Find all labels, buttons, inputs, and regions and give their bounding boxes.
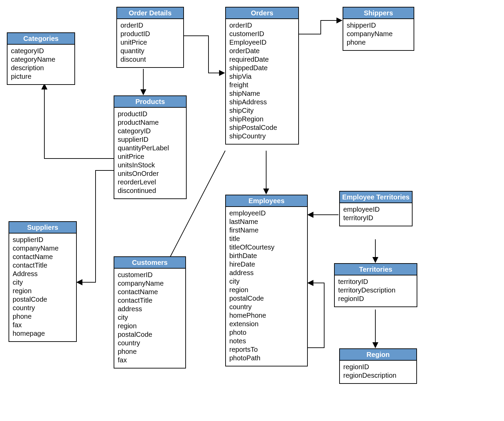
field: shipperID (347, 21, 410, 30)
entity-header-orders: Orders (226, 7, 298, 19)
entity-header-customers: Customers (114, 257, 185, 269)
entity-body-categories: categoryID categoryName description pict… (8, 45, 74, 84)
field: customerID (118, 271, 182, 279)
field: unitPrice (120, 38, 180, 47)
field: phone (13, 312, 73, 321)
entity-body-territories: territoryID territoryDescription regionI… (335, 275, 417, 306)
field: orderID (229, 21, 295, 30)
field: shipCountry (229, 132, 295, 140)
field: fax (118, 356, 182, 364)
field: customerID (229, 30, 295, 38)
field: productName (118, 118, 183, 127)
field: discontinued (118, 186, 183, 195)
field: unitPrice (118, 152, 183, 161)
entity-shippers: Shippers shipperID companyName phone (343, 7, 414, 51)
entity-header-shippers: Shippers (343, 7, 414, 19)
entity-employee-territories: Employee Territories employeeID territor… (339, 191, 413, 226)
field: categoryID (118, 127, 183, 135)
field: discount (120, 55, 180, 64)
field: city (118, 313, 182, 322)
entity-body-region: regionID regionDescription (340, 361, 416, 383)
field: fax (13, 321, 73, 329)
field: supplierID (13, 236, 73, 244)
field: shipAddress (229, 98, 295, 106)
entity-body-suppliers: supplierID companyName contactName conta… (9, 234, 76, 341)
entity-header-region: Region (340, 349, 416, 361)
field: unitsInStock (118, 161, 183, 169)
field: region (229, 286, 304, 294)
entity-order-details: Order Details orderID productID unitPric… (116, 7, 184, 68)
field: contactName (13, 253, 73, 261)
field: productID (120, 30, 180, 38)
field: address (229, 269, 304, 277)
field: postalCode (229, 294, 304, 303)
field: photo (229, 328, 304, 337)
entity-body-order-details: orderID productID unitPrice quantity dis… (117, 19, 183, 67)
field: categoryID (11, 47, 71, 55)
entity-categories: Categories categoryID categoryName descr… (7, 32, 75, 85)
field: photoPath (229, 354, 304, 362)
field: territoryID (343, 214, 408, 222)
entity-suppliers: Suppliers supplierID companyName contact… (9, 221, 77, 342)
field: shipVia (229, 72, 295, 81)
field: companyName (347, 30, 410, 38)
field: territoryID (338, 277, 413, 286)
field: city (13, 278, 73, 287)
field: productID (118, 110, 183, 118)
field: employeeID (343, 205, 408, 214)
field: reorderLevel (118, 178, 183, 186)
field: companyName (118, 279, 182, 288)
entity-body-shippers: shipperID companyName phone (343, 19, 414, 50)
entity-header-suppliers: Suppliers (9, 222, 76, 234)
field: lastName (229, 217, 304, 226)
entity-header-categories: Categories (8, 33, 74, 45)
field: regionID (338, 295, 413, 303)
field: region (118, 322, 182, 330)
field: city (229, 277, 304, 286)
field: homePhone (229, 311, 304, 320)
entity-customers: Customers customerID companyName contact… (114, 256, 186, 369)
field: regionID (343, 363, 413, 371)
entity-employees: Employees employeeID lastName firstName … (225, 195, 308, 366)
field: phone (118, 347, 182, 356)
entity-header-order-details: Order Details (117, 7, 183, 19)
field: supplierID (118, 135, 183, 144)
field: orderDate (229, 47, 295, 55)
entity-header-employee-territories: Employee Territories (340, 192, 412, 203)
field: companyName (13, 244, 73, 253)
field: contactTitle (118, 296, 182, 305)
field: homepage (13, 329, 73, 338)
field: titleOfCourtesy (229, 243, 304, 252)
entity-header-products: Products (114, 96, 186, 108)
field: country (13, 304, 73, 312)
field: birthDate (229, 252, 304, 260)
entity-orders: Orders orderID customerID EmployeeID ord… (225, 7, 299, 145)
field: contactName (118, 288, 182, 296)
field: categoryName (11, 55, 71, 64)
entity-body-orders: orderID customerID EmployeeID orderDate … (226, 19, 298, 144)
entity-territories: Territories territoryID territoryDescrip… (334, 263, 417, 307)
field: firstName (229, 226, 304, 235)
entity-header-employees: Employees (226, 195, 307, 207)
field: EmployeeID (229, 38, 295, 47)
field: shippedDate (229, 64, 295, 72)
field: quantityPerLabel (118, 144, 183, 152)
field: requiredDate (229, 55, 295, 64)
field: picture (11, 72, 71, 81)
field: territoryDescription (338, 286, 413, 295)
field: extension (229, 320, 304, 328)
field: country (229, 303, 304, 311)
field: quantity (120, 47, 180, 55)
field: employeeID (229, 209, 304, 217)
entity-products: Products productID productName categoryI… (114, 95, 187, 199)
field: shipCity (229, 106, 295, 115)
entity-body-employees: employeeID lastName firstName title titl… (226, 207, 307, 366)
entity-body-employee-territories: employeeID territoryID (340, 203, 412, 226)
field: title (229, 235, 304, 243)
field: address (118, 305, 182, 313)
field: notes (229, 337, 304, 345)
field: unitsOnOrder (118, 169, 183, 178)
field: shipPostalCode (229, 123, 295, 132)
field: reportsTo (229, 345, 304, 354)
field: shipName (229, 89, 295, 98)
